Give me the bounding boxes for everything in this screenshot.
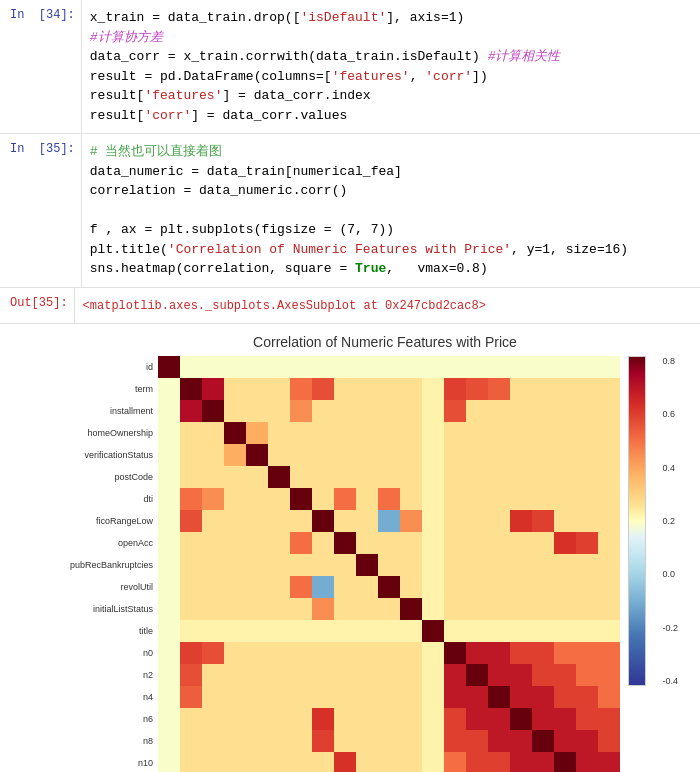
heatmap-cell-square: [510, 642, 532, 664]
heatmap-cell-square: [488, 400, 510, 422]
heatmap-cell-square: [312, 532, 334, 554]
heatmap-cell-square: [356, 422, 378, 444]
heatmap-cell-square: [312, 620, 334, 642]
heatmap-cell-square: [532, 554, 554, 576]
heatmap-cell-square: [378, 488, 400, 510]
heatmap-cell-square: [466, 422, 488, 444]
heatmap-cell-square: [356, 708, 378, 730]
heatmap-cell-square: [312, 466, 334, 488]
heatmap-cell-square: [334, 598, 356, 620]
y-axis-label: n8: [143, 730, 155, 752]
heatmap-cell-square: [268, 642, 290, 664]
y-axis-label: term: [135, 378, 155, 400]
heatmap-cell-square: [158, 664, 180, 686]
heatmap-cell-square: [356, 752, 378, 772]
heatmap-cell-square: [224, 730, 246, 752]
heatmap-cell-square: [180, 510, 202, 532]
heatmap-cell-square: [224, 752, 246, 772]
heatmap-cell-square: [510, 730, 532, 752]
colorbar-gradient: [628, 356, 646, 686]
heatmap-cell-square: [158, 466, 180, 488]
heatmap-cell-square: [378, 620, 400, 642]
colorbar-tick: 0.0: [663, 569, 679, 579]
heatmap-cell-square: [334, 664, 356, 686]
heatmap-cell-square: [400, 554, 422, 576]
y-axis-label: pubRecBankruptcies: [70, 554, 155, 576]
heatmap-cell-square: [224, 400, 246, 422]
heatmap-cell-square: [422, 378, 444, 400]
heatmap-cell-square: [510, 466, 532, 488]
heatmap-cell-square: [400, 422, 422, 444]
y-axis-label: dti: [144, 488, 156, 510]
heatmap-cell-square: [158, 444, 180, 466]
heatmap-cell-square: [422, 620, 444, 642]
y-axis-label: n4: [143, 686, 155, 708]
heatmap-cell-square: [378, 598, 400, 620]
heatmap-cell-square: [356, 400, 378, 422]
heatmap-cell-square: [268, 510, 290, 532]
heatmap-cell-square: [576, 356, 598, 378]
heatmap-cell-square: [444, 686, 466, 708]
heatmap-cell-square: [246, 598, 268, 620]
y-axis-label: n6: [143, 708, 155, 730]
heatmap-row: [158, 466, 620, 488]
heatmap-cell-square: [202, 598, 224, 620]
heatmap-cell-square: [466, 752, 488, 772]
heatmap-cell-square: [378, 378, 400, 400]
heatmap-cell-square: [554, 466, 576, 488]
heatmap-cell-square: [378, 752, 400, 772]
heatmap-cell-square: [576, 686, 598, 708]
heatmap-cell-square: [598, 422, 620, 444]
heatmap-cell-square: [268, 730, 290, 752]
heatmap-cell-square: [400, 708, 422, 730]
heatmap-cell-square: [400, 664, 422, 686]
heatmap-cell-square: [422, 422, 444, 444]
heatmap-cell-square: [488, 532, 510, 554]
heatmap-cell-square: [598, 598, 620, 620]
heatmap-cell-square: [158, 422, 180, 444]
heatmap-cell-square: [290, 752, 312, 772]
heatmap-cell-square: [532, 356, 554, 378]
out-35: Out[35]: <matplotlib.axes._subplots.Axes…: [0, 288, 700, 325]
heatmap-cell-square: [224, 378, 246, 400]
heatmap-row: [158, 686, 620, 708]
heatmap-cell-square: [576, 532, 598, 554]
heatmap-cell-square: [202, 422, 224, 444]
cell-34-content: x_train = data_train.drop(['isDefault'],…: [81, 0, 700, 133]
heatmap-cell-square: [466, 466, 488, 488]
heatmap-cell-square: [268, 664, 290, 686]
heatmap-cell-square: [356, 598, 378, 620]
heatmap-cell-square: [246, 466, 268, 488]
heatmap-cell-square: [466, 664, 488, 686]
heatmap-cell-square: [466, 708, 488, 730]
colorbar-tick: 0.4: [663, 463, 679, 473]
heatmap-cell-square: [158, 378, 180, 400]
heatmap-cell-square: [598, 378, 620, 400]
heatmap-cell-square: [246, 400, 268, 422]
heatmap-cell-square: [158, 686, 180, 708]
heatmap-cell-square: [598, 642, 620, 664]
heatmap-cell-square: [488, 730, 510, 752]
heatmap-row: [158, 532, 620, 554]
heatmap-cell-square: [576, 620, 598, 642]
heatmap-cell-square: [202, 730, 224, 752]
heatmap-cell-square: [444, 620, 466, 642]
heatmap-cell-square: [246, 422, 268, 444]
heatmap-cell-square: [378, 708, 400, 730]
y-axis-label: homeOwnership: [88, 422, 156, 444]
heatmap-cell-square: [466, 642, 488, 664]
heatmap-cell-square: [334, 378, 356, 400]
heatmap-cell-square: [246, 554, 268, 576]
heatmap-cell-square: [356, 532, 378, 554]
heatmap-row: [158, 664, 620, 686]
heatmap-row: [158, 400, 620, 422]
heatmap-cell-square: [510, 510, 532, 532]
heatmap-cell-square: [158, 598, 180, 620]
heatmap-cell-square: [466, 488, 488, 510]
heatmap-cell-square: [180, 444, 202, 466]
heatmap-cell-square: [554, 378, 576, 400]
heatmap-cell-square: [554, 730, 576, 752]
heatmap-cell-square: [488, 422, 510, 444]
heatmap-cell-square: [180, 378, 202, 400]
heatmap-cell-square: [158, 356, 180, 378]
